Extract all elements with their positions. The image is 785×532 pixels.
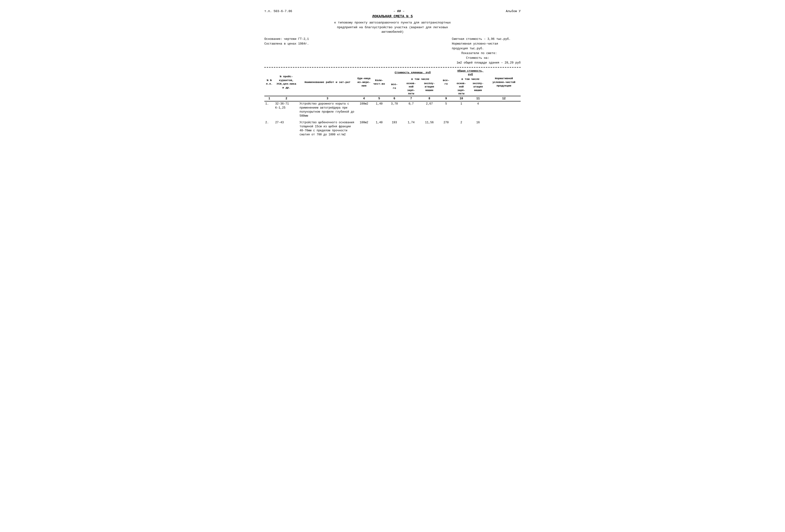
idx-9: 9 xyxy=(438,96,454,101)
idx-5: 5 xyxy=(372,96,387,101)
subtitle: к типовому проекту автозаправочного пунк… xyxy=(264,20,521,34)
table-index-row: 1 2 3 4 5 6 7 8 9 10 11 12 xyxy=(264,96,521,101)
idx-7: 7 xyxy=(402,96,420,101)
estimate-table: № №п.п. № прейс-курантов, УСН,цен-ника и… xyxy=(264,69,521,137)
idx-2: 2 xyxy=(274,96,299,101)
col-header-price-all: все-го xyxy=(387,77,402,96)
table-row: 1. 32-36-71 К-1,25 Устройство дорожного … xyxy=(264,101,521,118)
row1-norm xyxy=(487,101,521,118)
meta-section: Основание: чертежи ГТ-2,1 Составлена в ц… xyxy=(264,37,521,65)
col-header-total-all: все-го xyxy=(438,69,454,96)
col-header-price-sub: в том числе xyxy=(402,77,438,82)
row1-total-ekspl: 4 xyxy=(469,101,487,118)
row1-num: 1. xyxy=(264,101,274,118)
idx-4: 4 xyxy=(356,96,372,101)
row2-num: 2. xyxy=(264,120,274,137)
tp-label: т.п. 503-6-7.86 xyxy=(264,9,292,13)
col-header-preis: № прейс-курантов, УСН,цен-ника и др. xyxy=(274,69,299,96)
row1-qty: 1,40 xyxy=(372,101,387,118)
spacer-row xyxy=(264,118,521,120)
col-header-norm: Нормативной условно-чистой продукции xyxy=(487,69,521,96)
meta-left: Основание: чертежи ГТ-2,1 Составлена в ц… xyxy=(264,37,309,65)
col-header-num: № №п.п. xyxy=(264,69,274,96)
idx-3: 3 xyxy=(299,96,356,101)
row1-price-all: 3,70 xyxy=(387,101,402,118)
row1-unit: 100м2 xyxy=(356,101,372,118)
row2-qty: 1,40 xyxy=(372,120,387,137)
row2-norm xyxy=(487,120,521,137)
col-header-total-osn: основ-нойзарп-латы xyxy=(454,81,469,96)
idx-11: 11 xyxy=(469,96,487,101)
col-header-name: Наименование работ и зат-рат xyxy=(299,69,356,96)
row2-price-ekspl: 11,56 xyxy=(420,120,438,137)
row1-price-osn: 0,7 xyxy=(402,101,420,118)
idx-12: 12 xyxy=(487,96,521,101)
idx-6: 6 xyxy=(387,96,402,101)
row2-price-all: 193 xyxy=(387,120,402,137)
col-header-unit-price-group: Стоимость единицы, руб xyxy=(387,69,438,77)
title-section: ЛОКАЛЬНАЯ СМЕТА № 5 к типовому проекту а… xyxy=(264,15,521,34)
col-header-total-sub: в том числе xyxy=(454,77,487,82)
row1-price-ekspl: 2,67 xyxy=(420,101,438,118)
row2-total-osn: 2 xyxy=(454,120,469,137)
row2-unit: 100м2 xyxy=(356,120,372,137)
idx-1: 1 xyxy=(264,96,274,101)
row2-total-all: 270 xyxy=(438,120,454,137)
idx-10: 10 xyxy=(454,96,469,101)
main-title: ЛОКАЛЬНАЯ СМЕТА № 5 xyxy=(264,15,521,19)
col-header-price-ekspl: эксплу-атациямашин xyxy=(420,81,438,96)
idx-8: 8 xyxy=(420,96,438,101)
row2-total-ekspl: 16 xyxy=(469,120,487,137)
row1-preis: 32-36-71 К-1,25 xyxy=(274,101,299,118)
row1-total-osn: 1 xyxy=(454,101,469,118)
col-header-total-ekspl: эксплу-атациямашин xyxy=(469,81,487,96)
document-header: т.п. 503-6-7.86 – 69 – Альбом У xyxy=(264,9,521,13)
row2-preis: 27-43 xyxy=(274,120,299,137)
row2-name: Устройство щебеночного основания толщино… xyxy=(299,120,356,137)
meta-right: Сметная стоимость – 3,96 тыс.руб. Нормат… xyxy=(452,37,521,65)
row1-total-all: 5 xyxy=(438,101,454,118)
page-number: – 69 – xyxy=(394,9,405,13)
table-row: 2. 27-43 Устройство щебеночного основани… xyxy=(264,120,521,137)
col-header-price-osn: основ-нойзарп-латы xyxy=(402,81,420,96)
col-header-unit: Еди-ница из-мере-ния xyxy=(356,69,372,96)
row2-price-osn: 1,74 xyxy=(402,120,420,137)
album-label: Альбом У xyxy=(506,9,521,13)
row1-name: Устройство дорожного корыта с применение… xyxy=(299,101,356,118)
table-header-row1: № №п.п. № прейс-курантов, УСН,цен-ника и… xyxy=(264,69,521,77)
col-header-total-group: Общая стоимость, руб xyxy=(454,69,487,77)
col-header-qty: Коли-чест-во xyxy=(372,69,387,96)
